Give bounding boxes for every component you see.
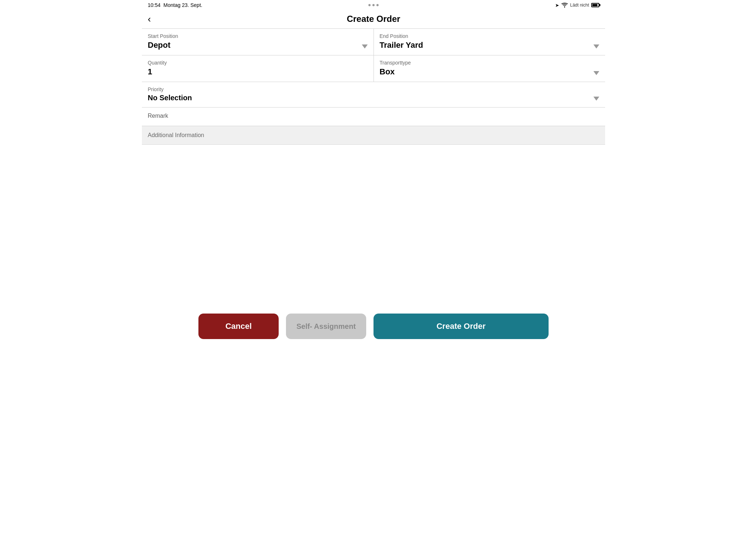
dot-icon bbox=[376, 4, 379, 6]
content-spacer bbox=[142, 226, 605, 307]
status-time: 10:54 bbox=[148, 2, 160, 8]
start-end-position-row: Start Position Depot End Position Traile… bbox=[142, 29, 605, 55]
cancel-button[interactable]: Cancel bbox=[198, 314, 279, 339]
form-area: Start Position Depot End Position Traile… bbox=[142, 29, 605, 226]
transporttype-value: Box bbox=[380, 67, 600, 77]
remark-row[interactable]: Remark bbox=[142, 108, 605, 126]
dot-icon bbox=[372, 4, 375, 6]
start-position-value: Depot bbox=[148, 40, 368, 50]
additional-info-section: Additional Information bbox=[142, 126, 605, 145]
status-date: Montag 23. Sept. bbox=[163, 2, 202, 8]
page-title: Create Order bbox=[347, 14, 400, 24]
status-time-date: 10:54 Montag 23. Sept. bbox=[148, 2, 202, 8]
priority-row: Priority No Selection bbox=[142, 82, 605, 108]
start-position-cell[interactable]: Start Position Depot bbox=[142, 29, 374, 55]
transporttype-dropdown-icon bbox=[593, 71, 599, 75]
back-button[interactable]: ‹ bbox=[148, 13, 151, 25]
create-order-button[interactable]: Create Order bbox=[374, 314, 549, 339]
quantity-cell[interactable]: Quantity 1 bbox=[142, 55, 374, 82]
end-position-cell[interactable]: End Position Trailer Yard bbox=[374, 29, 605, 55]
self-assignment-line1: Self- bbox=[297, 322, 312, 330]
transporttype-label: Transporttype bbox=[380, 60, 600, 66]
navigation-bar: ‹ Create Order bbox=[142, 10, 605, 29]
battery-icon bbox=[591, 3, 599, 7]
end-position-value: Trailer Yard bbox=[380, 40, 600, 50]
start-position-label: Start Position bbox=[148, 33, 368, 39]
status-right: ➤ Lädt nicht bbox=[555, 3, 599, 8]
priority-label: Priority bbox=[148, 86, 599, 92]
location-icon: ➤ bbox=[555, 3, 559, 8]
additional-info-label: Additional Information bbox=[148, 132, 204, 138]
quantity-label: Quantity bbox=[148, 60, 368, 66]
priority-cell[interactable]: Priority No Selection bbox=[142, 82, 605, 107]
status-bar: 10:54 Montag 23. Sept. ➤ Lädt nicht bbox=[142, 0, 605, 10]
priority-value: No Selection bbox=[148, 94, 599, 102]
remark-label: Remark bbox=[148, 113, 599, 119]
priority-dropdown-icon bbox=[593, 97, 599, 101]
self-assignment-line2: Assignment bbox=[314, 322, 356, 330]
quantity-value: 1 bbox=[148, 67, 368, 77]
start-position-dropdown-icon bbox=[362, 44, 368, 48]
end-position-label: End Position bbox=[380, 33, 600, 39]
charging-text: Lädt nicht bbox=[570, 3, 589, 8]
wifi-icon bbox=[561, 3, 568, 8]
end-position-dropdown-icon bbox=[593, 44, 599, 48]
dot-icon bbox=[368, 4, 371, 6]
self-assignment-button[interactable]: Self- Assignment bbox=[286, 314, 366, 339]
transporttype-cell[interactable]: Transporttype Box bbox=[374, 55, 605, 82]
bottom-buttons: Cancel Self- Assignment Create Order bbox=[142, 306, 605, 350]
quantity-transport-row: Quantity 1 Transporttype Box bbox=[142, 55, 605, 82]
